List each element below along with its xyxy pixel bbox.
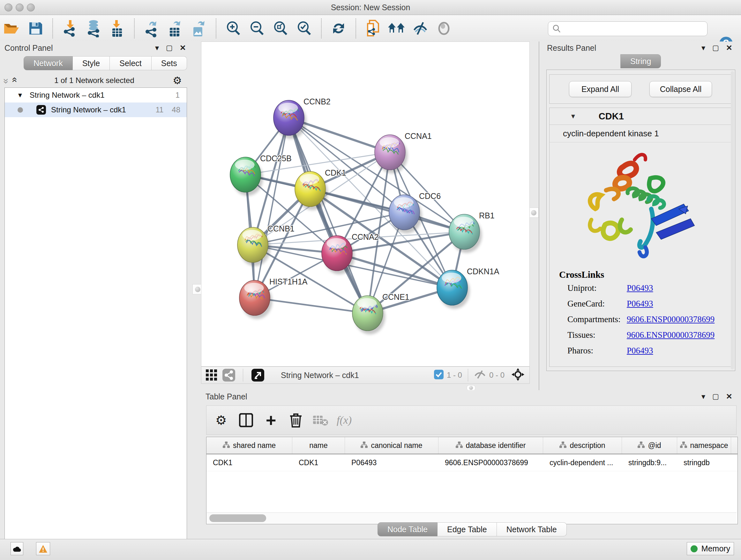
status-bar: Memory: [0, 539, 741, 560]
panel-close-icon[interactable]: ✕: [180, 44, 186, 52]
network-node-CDK1[interactable]: CDK1: [295, 168, 346, 210]
crosslink-link[interactable]: P06493: [627, 346, 653, 356]
cell-description[interactable]: cyclin-dependent ...: [543, 454, 622, 471]
tab-network[interactable]: Network: [23, 56, 73, 70]
tab-node-table[interactable]: Node Table: [378, 522, 437, 537]
window-close-button[interactable]: [4, 3, 12, 11]
crosslink-link[interactable]: P06493: [627, 299, 653, 309]
import-network-icon[interactable]: [60, 18, 80, 38]
cell-canonical-name[interactable]: P06493: [345, 454, 439, 471]
warning-status-button[interactable]: [36, 542, 50, 555]
tab-string[interactable]: String: [620, 54, 661, 68]
gene-section-header[interactable]: ▼ CDK1: [549, 108, 731, 125]
cell-name[interactable]: CDK1: [292, 454, 345, 471]
tab-network-table[interactable]: Network Table: [497, 522, 567, 537]
table-settings-gear-icon[interactable]: ⚙: [211, 410, 231, 430]
cell-shared-name[interactable]: CDK1: [206, 454, 292, 471]
search-input[interactable]: [561, 22, 707, 36]
import-table-icon[interactable]: [107, 18, 127, 38]
panel-close-icon[interactable]: ✕: [726, 44, 732, 52]
window-minimize-button[interactable]: [16, 3, 23, 11]
refresh-icon[interactable]: [329, 18, 348, 38]
panel-collapse-icon[interactable]: ▾: [701, 393, 705, 400]
crosslink-link[interactable]: 9606.ENSP00000378699: [627, 330, 715, 340]
cell-@id[interactable]: stringdb:9...: [622, 454, 677, 471]
share-document-icon[interactable]: [363, 18, 383, 38]
network-node-CDC25B[interactable]: CDC25B: [230, 154, 292, 196]
column-header-name[interactable]: name: [292, 437, 345, 454]
panel-float-icon[interactable]: ▢: [712, 393, 719, 400]
zoom-out-icon[interactable]: [247, 18, 267, 38]
export-table-icon[interactable]: [165, 18, 185, 38]
import-database-icon[interactable]: [84, 18, 104, 38]
cloud-status-button[interactable]: [10, 542, 23, 555]
network-node-CDKN1A[interactable]: CDKN1A: [437, 267, 499, 309]
scrollbar-thumb[interactable]: [209, 514, 266, 522]
memory-label: Memory: [701, 544, 730, 553]
tab-sets[interactable]: Sets: [151, 56, 187, 70]
column-header-description[interactable]: description: [543, 437, 622, 454]
left-splitter[interactable]: [188, 42, 201, 390]
expand-all-button[interactable]: Expand All: [569, 81, 631, 97]
hidden-eye-icon[interactable]: [474, 369, 486, 381]
delete-column-icon[interactable]: [286, 410, 306, 430]
cell-namespace[interactable]: stringdb: [677, 454, 731, 471]
memory-button[interactable]: Memory: [687, 542, 734, 555]
expand-all-icon[interactable]: »: [8, 78, 19, 83]
section-expand-icon[interactable]: ▼: [570, 113, 576, 120]
zoom-in-icon[interactable]: [223, 18, 243, 38]
hide-selected-icon[interactable]: [410, 18, 430, 38]
selected-checkbox-icon[interactable]: [434, 370, 444, 381]
open-session-icon[interactable]: [2, 18, 22, 38]
fit-crosshair-icon[interactable]: [512, 368, 524, 382]
network-row[interactable]: String Network – cdk1 11 48: [5, 103, 187, 117]
window-zoom-button[interactable]: [27, 3, 35, 11]
gear-icon[interactable]: ⚙: [173, 74, 182, 86]
crosslink-link[interactable]: 9606.ENSP00000378699: [627, 314, 715, 324]
birdseye-grid-icon[interactable]: [203, 365, 220, 385]
function-builder-icon[interactable]: f(x): [337, 414, 352, 426]
network-view-canvas[interactable]: CCNB2CCNA1CDC25BCDK1CDC6RB1CCNB1CCNA2CDK…: [201, 42, 530, 367]
network-node-CDC6[interactable]: CDC6: [389, 192, 441, 233]
export-network-icon[interactable]: [142, 18, 161, 38]
network-node-CCNE1[interactable]: CCNE1: [352, 293, 409, 334]
export-image-icon[interactable]: [189, 18, 209, 38]
add-column-icon[interactable]: +: [261, 410, 281, 430]
delete-table-icon[interactable]: [311, 410, 331, 430]
network-graph: CCNB2CCNA1CDC25BCDK1CDC6RB1CCNB1CCNA2CDK…: [201, 42, 529, 366]
homes-icon[interactable]: [387, 18, 407, 38]
save-session-icon[interactable]: [25, 18, 45, 38]
show-columns-icon[interactable]: [236, 410, 256, 430]
right-splitter-handle[interactable]: [529, 207, 539, 218]
tab-select[interactable]: Select: [110, 56, 151, 70]
open-in-window-icon[interactable]: [250, 365, 266, 385]
collapse-all-button[interactable]: Collapse All: [650, 81, 712, 97]
column-header-database-identifier[interactable]: database identifier: [439, 437, 543, 454]
cell-database-identifier[interactable]: 9606.ENSP00000378699: [439, 454, 543, 471]
column-header-shared-name[interactable]: shared name: [206, 437, 292, 454]
network-collection-row[interactable]: ▼ String Network – cdk1 1: [5, 88, 187, 103]
tab-style[interactable]: Style: [73, 56, 110, 70]
results-scrollbar[interactable]: [731, 71, 734, 369]
table-horizontal-scrollbar[interactable]: [207, 512, 737, 523]
network-node-CCNB2[interactable]: CCNB2: [273, 97, 331, 139]
zoom-fit-icon[interactable]: [271, 18, 290, 38]
crosslink-link[interactable]: P06493: [627, 283, 653, 293]
tab-edge-table[interactable]: Edge Table: [437, 522, 497, 537]
network-share-icon[interactable]: [220, 365, 237, 385]
network-node-RB1[interactable]: RB1: [449, 211, 495, 253]
table-row[interactable]: CDK1CDK1P064939606.ENSP00000378699cyclin…: [206, 454, 738, 471]
tree-expand-icon[interactable]: ▼: [17, 91, 23, 99]
column-header-canonical-name[interactable]: canonical name: [345, 437, 439, 454]
network-node-HIST1H1A[interactable]: HIST1H1A: [239, 277, 308, 319]
panel-collapse-icon[interactable]: ▾: [155, 44, 159, 52]
column-header-@id[interactable]: @id: [622, 437, 677, 454]
column-header-namespace[interactable]: namespace: [677, 437, 731, 454]
panel-collapse-icon[interactable]: ▾: [701, 44, 705, 52]
panel-float-icon[interactable]: ▢: [166, 44, 173, 51]
panel-float-icon[interactable]: ▢: [712, 44, 719, 51]
show-all-icon[interactable]: [434, 18, 454, 38]
zoom-selected-icon[interactable]: [294, 18, 314, 38]
network-node-CCNA1[interactable]: CCNA1: [375, 132, 432, 173]
panel-close-icon[interactable]: ✕: [726, 393, 732, 400]
